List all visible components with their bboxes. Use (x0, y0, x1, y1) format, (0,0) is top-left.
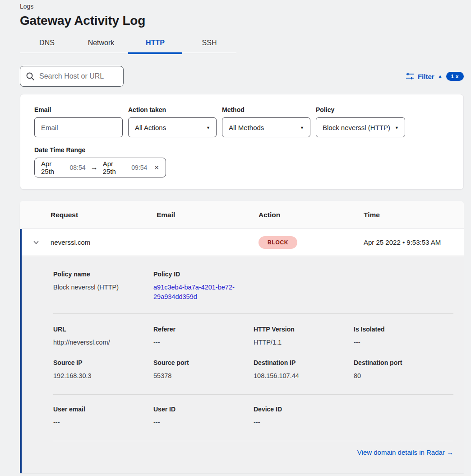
tab-ssh[interactable]: SSH (182, 34, 236, 53)
dropdown-caret-icon: ▼ (206, 126, 210, 130)
email-filter-input[interactable] (41, 124, 116, 131)
log-type-tabs: DNS Network HTTP SSH (20, 34, 236, 53)
tab-dns[interactable]: DNS (20, 34, 74, 53)
user-email-label: User email (53, 406, 153, 413)
dropdown-caret-icon: ▼ (300, 126, 304, 130)
device-id-field: Device ID --- (254, 406, 354, 427)
filter-collapse-caret-icon[interactable]: ▲ (438, 74, 443, 79)
method-filter-dropdown[interactable]: All Methods ▼ (222, 117, 310, 137)
is-isolated-label: Is Isolated (354, 326, 454, 333)
referer-value: --- (153, 338, 254, 347)
search-input[interactable] (20, 66, 124, 87)
filter-toggle[interactable]: Filter ▲ 1 x (406, 72, 464, 81)
column-header-action: Action (259, 211, 364, 219)
column-header-time: Time (364, 211, 464, 219)
start-time: 08:54 (70, 164, 86, 171)
policy-filter-value: Block neverssl (HTTP) (323, 124, 390, 131)
date-range-picker[interactable]: Apr 25th 08:54 → Apr 25th 09:54 ✕ (34, 158, 166, 177)
referer-label: Referer (153, 326, 254, 333)
search-box (20, 66, 124, 87)
activity-log-table: Request Email Action Time neverssl.com B… (20, 201, 464, 473)
view-in-radar-link[interactable]: View domain details in Radar → (357, 448, 453, 456)
user-id-field: User ID --- (153, 406, 254, 427)
method-filter-field: Method All Methods ▼ (222, 106, 310, 137)
search-filter-row: Filter ▲ 1 x (20, 66, 464, 87)
date-range-field: Date Time Range Apr 25th 08:54 → Apr 25t… (34, 146, 450, 177)
action-filter-value: All Actions (135, 124, 166, 131)
end-time: 09:54 (131, 164, 147, 171)
tab-network[interactable]: Network (74, 34, 128, 53)
action-filter-field: Action taken All Actions ▼ (128, 106, 217, 137)
user-id-label: User ID (153, 406, 254, 413)
column-header-email: Email (157, 211, 259, 219)
source-port-field: Source port 55378 (153, 359, 254, 381)
radar-link-row: View domain details in Radar → (53, 448, 453, 457)
details-divider (53, 441, 453, 441)
destination-ip-label: Destination IP (254, 359, 354, 366)
source-port-value: 55378 (153, 371, 254, 381)
http-version-label: HTTP Version (254, 326, 354, 333)
details-divider (53, 394, 453, 395)
user-email-field: User email --- (53, 406, 153, 427)
block-status-badge: BLOCK (259, 236, 297, 249)
table-header-row: Request Email Action Time (20, 201, 464, 229)
policy-name-value: Block neverssl (HTTP) (53, 283, 153, 292)
start-date: Apr 25th (41, 160, 66, 175)
destination-ip-value: 108.156.107.44 (254, 371, 354, 381)
column-header-request: Request (51, 211, 157, 219)
destination-port-field: Destination port 80 (354, 359, 454, 381)
user-email-value: --- (53, 418, 153, 427)
http-version-value: HTTP/1.1 (254, 338, 354, 347)
url-field: URL http://neverssl.com/ (53, 326, 153, 347)
policy-name-field: Policy name Block neverssl (HTTP) (53, 271, 153, 302)
policy-id-field: Policy ID a91c3eb4-ba7a-4201-be72-29a934… (153, 271, 254, 302)
tab-http-label: HTTP (146, 39, 165, 47)
page-title: Gateway Activity Log (20, 14, 464, 28)
log-entry-details: Policy name Block neverssl (HTTP) Policy… (22, 256, 464, 473)
time-cell: Apr 25 2022 • 9:53:53 AM (364, 238, 464, 246)
tab-http[interactable]: HTTP (128, 34, 182, 53)
active-tab-underline (128, 52, 182, 54)
filter-count-badge[interactable]: 1 x (446, 72, 464, 81)
device-id-value: --- (254, 418, 354, 427)
log-entry-expanded: neverssl.com BLOCK Apr 25 2022 • 9:53:53… (20, 229, 464, 473)
clear-date-range-icon[interactable]: ✕ (154, 164, 159, 171)
collapse-row-button[interactable] (22, 239, 51, 246)
destination-ip-field: Destination IP 108.156.107.44 (254, 359, 354, 381)
arrow-right-icon: → (90, 163, 99, 172)
table-row[interactable]: neverssl.com BLOCK Apr 25 2022 • 9:53:53… (22, 229, 464, 256)
policy-filter-dropdown[interactable]: Block neverssl (HTTP) ▼ (316, 117, 405, 137)
filter-panel: Email Action taken All Actions ▼ Method … (20, 94, 464, 190)
action-filter-label: Action taken (128, 106, 217, 113)
action-filter-dropdown[interactable]: All Actions ▼ (128, 117, 217, 137)
policy-id-link[interactable]: a91c3eb4-ba7a-4201-be72-29a934dd359d (153, 283, 241, 302)
policy-id-label: Policy ID (153, 271, 254, 278)
request-cell: neverssl.com (51, 238, 157, 246)
action-cell: BLOCK (259, 236, 364, 249)
source-ip-field: Source IP 192.168.30.3 (53, 359, 153, 381)
filter-label: Filter (418, 73, 434, 80)
is-isolated-value: --- (354, 338, 454, 347)
filter-sliders-icon (406, 72, 414, 80)
referer-field: Referer --- (153, 326, 254, 347)
device-id-label: Device ID (254, 406, 354, 413)
policy-filter-field: Policy Block neverssl (HTTP) ▼ (316, 106, 405, 137)
is-isolated-field: Is Isolated --- (354, 326, 454, 347)
breadcrumb[interactable]: Logs (20, 2, 464, 10)
destination-port-label: Destination port (354, 359, 454, 366)
policy-name-label: Policy name (53, 271, 153, 278)
source-ip-value: 192.168.30.3 (53, 371, 153, 381)
details-divider (53, 313, 453, 314)
email-filter-control (34, 117, 123, 137)
dropdown-caret-icon: ▼ (395, 126, 399, 130)
source-port-label: Source port (153, 359, 254, 366)
chevron-down-icon (32, 239, 40, 246)
policy-filter-label: Policy (316, 106, 405, 113)
search-icon (26, 72, 35, 81)
user-id-value: --- (153, 418, 254, 427)
url-label: URL (53, 326, 153, 333)
source-ip-label: Source IP (53, 359, 153, 366)
date-range-label: Date Time Range (34, 146, 450, 154)
http-version-field: HTTP Version HTTP/1.1 (254, 326, 354, 347)
end-date: Apr 25th (103, 160, 128, 175)
